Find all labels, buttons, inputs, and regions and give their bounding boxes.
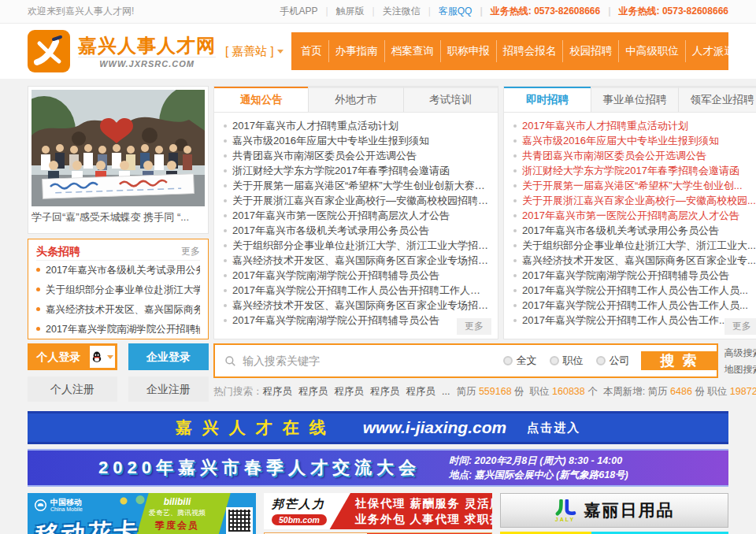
notice-item[interactable]: 2017年嘉兴学院南湖学院公开招聘辅导员公告 bbox=[224, 313, 488, 328]
notice-tab[interactable]: 通知公告 bbox=[214, 87, 308, 112]
topbar-link[interactable]: 手机APP bbox=[280, 5, 317, 18]
stat-part: 559168 bbox=[479, 386, 512, 397]
bangmang-brand-area: 邦芒人力 50bm.com bbox=[264, 493, 350, 529]
site-url: WWW.JXRSRC.COM bbox=[78, 57, 216, 69]
advanced-search-link[interactable]: 高级搜索 bbox=[724, 345, 756, 362]
job-item[interactable]: 2017年嘉兴学院南湖学院公开招聘辅导员公告 bbox=[513, 268, 756, 283]
nav-item[interactable]: 职称申报 bbox=[440, 40, 496, 62]
search-icon bbox=[224, 355, 236, 367]
company-register-button[interactable]: 企业注册 bbox=[128, 376, 209, 402]
scope-radio[interactable]: 职位 bbox=[550, 354, 584, 368]
banner2-time: 时间: 2020年2月8日 (周六) 8:30 - 14:00 bbox=[449, 454, 628, 468]
notice-item[interactable]: 2017年嘉兴学院南湖学院公开招聘辅导员公告 bbox=[224, 268, 488, 283]
scope-radio[interactable]: 全文 bbox=[503, 354, 537, 368]
jobs-more-link[interactable]: 更多 bbox=[724, 318, 756, 335]
jobs-tabs: 即时招聘事业单位招聘领军企业招聘 bbox=[504, 87, 756, 113]
ad-jiali[interactable]: JALY 嘉丽日用品 bbox=[500, 493, 728, 528]
search-input[interactable] bbox=[243, 354, 497, 367]
ad-bangmang[interactable]: 邦芒人力 50bm.com 社保代理 薪酬服务 灵活用工 业务外包 人事代理 求… bbox=[264, 493, 492, 529]
banner-jiaxing-talent-online[interactable]: 嘉兴人才在线 www.i-jiaxing.com 点击进入 bbox=[28, 411, 728, 444]
ad-perks: bilibili 爱奇艺、腾讯视频 季度会员 bbox=[139, 496, 215, 532]
topbar-link[interactable]: 触屏版 bbox=[317, 5, 364, 18]
login-panel: 个人登录 企业登录 bbox=[28, 343, 209, 402]
notice-item[interactable]: 关于开展第一届嘉兴港区“希望杯”大学生创业创新大赛的通知 bbox=[224, 178, 488, 193]
job-item[interactable]: 关于开展浙江嘉兴百家企业高校行—安徽高校校园... bbox=[513, 193, 756, 208]
jiali-name: 嘉丽日用品 bbox=[584, 499, 675, 521]
headline-item[interactable]: 嘉兴经济技术开发区、嘉兴国际商务... bbox=[36, 300, 200, 320]
hot-search-term[interactable]: 程序员 bbox=[370, 386, 400, 397]
topbar-link[interactable]: 业务热线: 0573-82608666 bbox=[472, 5, 600, 18]
jobs-tab[interactable]: 即时招聘 bbox=[504, 87, 591, 112]
ad-china-mobile[interactable]: 中国移动 China Mobile bilibili 爱奇艺、腾讯视频 季度会员… bbox=[28, 493, 256, 534]
headline-item[interactable]: 关于组织部分企事业单位赴浙江大学... bbox=[36, 280, 200, 300]
notice-item[interactable]: 嘉兴经济技术开发区、嘉兴国际商务区百家企业专场招聘会公告 bbox=[224, 253, 488, 268]
notice-item[interactable]: 2017年嘉兴学院公开招聘工作人员公告开招聘工作人员公告开... bbox=[224, 283, 488, 298]
banner-spring-job-fair[interactable]: 2020年嘉兴市春季人才交流大会 时间: 2020年2月8日 (周六) 8:30… bbox=[28, 449, 728, 487]
notice-list: 2017年嘉兴市人才招聘重点活动计划嘉兴市级2016年应届大中专毕业生报到须知共… bbox=[214, 113, 498, 328]
topbar-link[interactable]: 客服QQ bbox=[421, 5, 472, 18]
job-item[interactable]: 2017年嘉兴学院公开招聘工作人员公告工作人员... bbox=[513, 283, 756, 298]
job-item[interactable]: 关于组织部分企事业单位赴浙江大学、浙江工业大... bbox=[513, 238, 756, 253]
jobs-tab[interactable]: 事业单位招聘 bbox=[591, 87, 678, 112]
headline-more-link[interactable]: 更多 bbox=[181, 245, 200, 258]
nav-item[interactable]: 档案查询 bbox=[384, 40, 440, 62]
headline-item[interactable]: 2017年嘉兴市各级机关考试录用公务... bbox=[36, 261, 200, 280]
topbar-link[interactable]: 关注微信 bbox=[365, 5, 421, 18]
hot-search-term[interactable]: ... bbox=[442, 386, 450, 397]
job-item[interactable]: 2017年嘉兴市第一医院公开招聘高层次人才公告 bbox=[513, 208, 756, 223]
notice-tab[interactable]: 外地才市 bbox=[308, 87, 402, 112]
station-selector[interactable]: [ 嘉善站 ] bbox=[225, 44, 284, 59]
job-item[interactable]: 2017年嘉兴学院公开招聘工作人员公告工作... bbox=[513, 313, 756, 328]
site-logo-icon[interactable] bbox=[28, 30, 70, 72]
personal-login-button[interactable]: 个人登录 bbox=[28, 343, 117, 370]
hot-search: 热门搜索：程序员程序员程序员程序员程序员... bbox=[213, 385, 456, 399]
notice-item[interactable]: 2017年嘉兴市第一医院公开招聘高层次人才公告 bbox=[224, 208, 488, 223]
job-item[interactable]: 共青团嘉兴市南湖区委员会公开选调公告 bbox=[513, 148, 756, 163]
perk-line2: 季度会员 bbox=[139, 519, 215, 532]
hot-search-term[interactable]: 程序员 bbox=[298, 386, 328, 397]
company-login-button[interactable]: 企业登录 bbox=[128, 343, 209, 370]
headline-item[interactable]: 2017年嘉兴学院南湖学院公开招聘辅... bbox=[36, 320, 200, 339]
nav-item[interactable]: 首页 bbox=[295, 40, 328, 62]
nav-item[interactable]: 中高级职位 bbox=[618, 40, 685, 62]
hot-search-term[interactable]: 程序员 bbox=[406, 386, 436, 397]
carousel-caption[interactable]: 学子回“嘉”感受禾城蝶变 携手同 “... bbox=[32, 206, 205, 228]
notice-item[interactable]: 浙江财经大学东方学院2017年春季招聘会邀请函 bbox=[224, 163, 488, 178]
notice-item[interactable]: 关于开展浙江嘉兴百家企业高校行—安徽高校校园招聘活动的通... bbox=[224, 193, 488, 208]
nav-item[interactable]: 校园招聘 bbox=[562, 40, 618, 62]
notice-more-link[interactable]: 更多 bbox=[457, 318, 491, 335]
stat-part: 份 职位 bbox=[692, 386, 730, 397]
notice-item[interactable]: 2017年嘉兴市人才招聘重点活动计划 bbox=[224, 118, 488, 133]
search-button[interactable]: 搜索 bbox=[641, 351, 717, 370]
job-item[interactable]: 2017年嘉兴市各级机关考试录用公务员公告 bbox=[513, 223, 756, 238]
job-item[interactable]: 嘉兴市级2016年应届大中专毕业生报到须知 bbox=[513, 133, 756, 148]
topbar-link[interactable]: 业务热线: 0573-82608666 bbox=[600, 5, 728, 18]
hot-search-term[interactable]: 程序员 bbox=[263, 386, 293, 397]
hot-search-term[interactable]: 程序员 bbox=[335, 386, 365, 397]
notice-tab[interactable]: 考试培训 bbox=[403, 87, 498, 112]
job-item[interactable]: 2017年嘉兴学院公开招聘工作人员公告工作人员... bbox=[513, 298, 756, 313]
hot-search-label: 热门搜索： bbox=[213, 386, 263, 397]
job-item[interactable]: 嘉兴经济技术开发区、嘉兴国际商务区百家企业专... bbox=[513, 253, 756, 268]
personal-register-button[interactable]: 个人注册 bbox=[28, 376, 117, 402]
site-title[interactable]: 嘉兴人事人才网 WWW.JXRSRC.COM bbox=[78, 35, 216, 69]
notice-item[interactable]: 嘉兴经济技术开发区、嘉兴国际商务区百家企业专场招聘会公告 bbox=[224, 298, 488, 313]
job-item[interactable]: 浙江财经大学东方学院2017年春季招聘会邀请函 bbox=[513, 163, 756, 178]
scope-radio[interactable]: 公司 bbox=[596, 354, 630, 368]
job-item[interactable]: 关于开展第一届嘉兴港区“希望杯”大学生创业创... bbox=[513, 178, 756, 193]
job-item[interactable]: 2017年嘉兴市人才招聘重点活动计划 bbox=[513, 118, 756, 133]
notice-item[interactable]: 嘉兴市级2016年应届大中专毕业生报到须知 bbox=[224, 133, 488, 148]
notice-item[interactable]: 共青团嘉兴市南湖区委员会公开选调公告 bbox=[224, 148, 488, 163]
notice-item[interactable]: 关于组织部分企事业单位赴浙江大学、浙江工业大学招聘人才的... bbox=[224, 238, 488, 253]
notice-item[interactable]: 2017年嘉兴市各级机关考试录用公务员公告 bbox=[224, 223, 488, 238]
nav-item[interactable]: 招聘会报名 bbox=[496, 40, 563, 62]
qr-code bbox=[226, 507, 253, 534]
nav-item[interactable]: 人才派遣 bbox=[685, 40, 728, 62]
nav-item[interactable]: 办事指南 bbox=[328, 40, 384, 62]
qq-login-dropdown[interactable] bbox=[90, 346, 115, 368]
china-mobile-brand: 中国移动 China Mobile bbox=[34, 498, 83, 513]
map-search-link[interactable]: 地图搜索 bbox=[724, 362, 756, 378]
carousel-photo[interactable] bbox=[32, 90, 205, 206]
jobs-list: 2017年嘉兴市人才招聘重点活动计划嘉兴市级2016年应届大中专毕业生报到须知共… bbox=[504, 113, 756, 328]
jobs-tab[interactable]: 领军企业招聘 bbox=[678, 87, 756, 112]
